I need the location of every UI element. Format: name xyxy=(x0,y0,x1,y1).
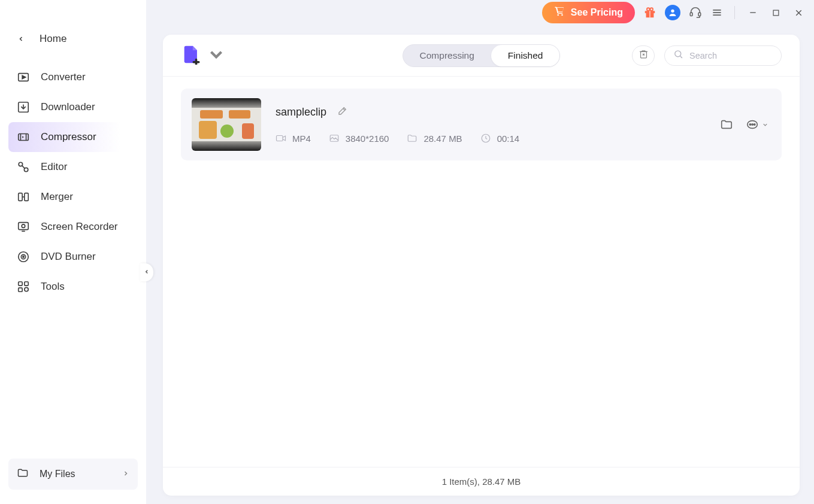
chevron-down-icon xyxy=(206,44,226,66)
search-icon xyxy=(673,49,683,62)
search-input[interactable] xyxy=(689,51,800,60)
svg-line-42 xyxy=(680,56,682,58)
sidebar: Home Converter Downloader Compressor Edi… xyxy=(0,0,146,504)
maximize-button[interactable] xyxy=(768,5,783,20)
see-pricing-label: See Pricing xyxy=(571,7,623,18)
titlebar: See Pricing xyxy=(146,0,814,25)
meta-resolution: 3840*2160 xyxy=(329,133,389,144)
sidebar-item-label: Downloader xyxy=(41,101,95,113)
more-menu-button[interactable] xyxy=(746,118,768,131)
edit-icon[interactable] xyxy=(337,105,348,119)
editor-icon xyxy=(17,160,30,174)
row-actions xyxy=(720,118,768,131)
compressor-icon xyxy=(17,130,30,144)
add-file-icon xyxy=(181,44,201,67)
svg-point-4 xyxy=(19,162,22,166)
svg-marker-1 xyxy=(22,75,26,79)
open-folder-button[interactable] xyxy=(720,118,733,131)
svg-point-24 xyxy=(650,8,653,11)
thumbnail xyxy=(192,98,261,151)
tools-icon xyxy=(17,280,30,293)
avatar-icon[interactable] xyxy=(665,5,680,20)
status-bar: 1 Item(s), 28.47 MB xyxy=(163,467,800,496)
divider xyxy=(734,6,735,19)
file-list: sampleclip MP4 3840*2160 xyxy=(163,77,800,467)
sidebar-item-converter[interactable]: Converter xyxy=(0,62,146,92)
clear-list-button[interactable] xyxy=(632,45,655,66)
tab-finished[interactable]: Finished xyxy=(491,45,560,66)
sidebar-item-label: DVD Burner xyxy=(41,251,96,263)
chevron-left-icon xyxy=(144,268,150,277)
downloader-icon xyxy=(17,101,30,114)
size-value: 28.47 MB xyxy=(423,133,462,144)
sidebar-home-label: Home xyxy=(40,33,66,45)
merger-icon xyxy=(17,190,30,204)
sidebar-item-label: Screen Recorder xyxy=(41,221,118,233)
converter-icon xyxy=(17,71,30,84)
sidebar-item-label: Merger xyxy=(41,191,73,203)
sidebar-item-label: Compressor xyxy=(41,131,96,143)
svg-point-25 xyxy=(671,10,674,13)
svg-line-6 xyxy=(22,166,25,169)
screen-recorder-icon xyxy=(17,220,30,233)
file-name: sampleclip xyxy=(276,106,326,119)
svg-rect-43 xyxy=(277,136,283,141)
svg-point-48 xyxy=(752,124,753,125)
folder-icon xyxy=(17,467,29,481)
sidebar-item-downloader[interactable]: Downloader xyxy=(0,92,146,122)
svg-point-23 xyxy=(647,8,650,11)
format-value: MP4 xyxy=(292,133,311,144)
svg-point-49 xyxy=(754,124,755,125)
tab-segmented-control: Compressing Finished xyxy=(403,44,561,67)
svg-point-10 xyxy=(22,224,25,228)
see-pricing-button[interactable]: See Pricing xyxy=(542,2,635,23)
my-files-label: My Files xyxy=(40,469,75,479)
sidebar-item-merger[interactable]: Merger xyxy=(0,182,146,212)
svg-point-14 xyxy=(23,256,24,257)
search-field[interactable] xyxy=(664,45,782,66)
svg-point-19 xyxy=(561,14,563,16)
meta-duration: 00:14 xyxy=(480,133,520,144)
resolution-value: 3840*2160 xyxy=(346,133,389,144)
menu-icon[interactable] xyxy=(710,6,724,19)
sidebar-item-screen-recorder[interactable]: Screen Recorder xyxy=(0,212,146,242)
duration-value: 00:14 xyxy=(497,133,520,144)
tab-label: Finished xyxy=(508,50,543,61)
svg-point-18 xyxy=(557,14,559,16)
chevron-left-icon xyxy=(17,32,25,45)
sidebar-item-editor[interactable]: Editor xyxy=(0,152,146,182)
tab-label: Compressing xyxy=(420,50,474,61)
svg-rect-8 xyxy=(25,193,28,201)
sidebar-item-home[interactable]: Home xyxy=(0,24,146,54)
svg-point-47 xyxy=(749,124,751,125)
sidebar-item-dvd-burner[interactable]: DVD Burner xyxy=(0,242,146,272)
add-file-button[interactable] xyxy=(181,44,226,67)
gift-icon[interactable] xyxy=(643,6,656,19)
svg-rect-9 xyxy=(19,223,29,230)
sidebar-item-label: Converter xyxy=(41,71,86,83)
minimize-button[interactable] xyxy=(746,5,760,20)
sidebar-item-tools[interactable]: Tools xyxy=(0,272,146,302)
close-button[interactable] xyxy=(791,5,806,20)
content-card: Compressing Finished xyxy=(163,35,800,496)
svg-rect-16 xyxy=(25,282,28,286)
sidebar-item-compressor[interactable]: Compressor xyxy=(8,122,140,152)
sidebar-item-label: Editor xyxy=(41,161,67,173)
sidebar-item-label: Tools xyxy=(41,281,65,293)
svg-rect-17 xyxy=(19,288,22,292)
main-area: See Pricing xyxy=(146,0,814,504)
file-row[interactable]: sampleclip MP4 3840*2160 xyxy=(181,89,782,160)
svg-point-5 xyxy=(24,168,28,171)
dvd-burner-icon xyxy=(17,250,30,263)
cart-icon xyxy=(554,6,565,19)
support-icon[interactable] xyxy=(689,6,702,19)
my-files-button[interactable]: My Files xyxy=(8,459,138,490)
meta-format: MP4 xyxy=(276,133,311,144)
svg-rect-22 xyxy=(649,11,650,17)
svg-rect-15 xyxy=(19,282,22,286)
meta-size: 28.47 MB xyxy=(407,133,462,144)
file-info: sampleclip MP4 3840*2160 xyxy=(276,105,720,144)
svg-point-41 xyxy=(675,51,681,57)
tab-compressing[interactable]: Compressing xyxy=(403,45,491,66)
toolbar: Compressing Finished xyxy=(163,35,800,77)
